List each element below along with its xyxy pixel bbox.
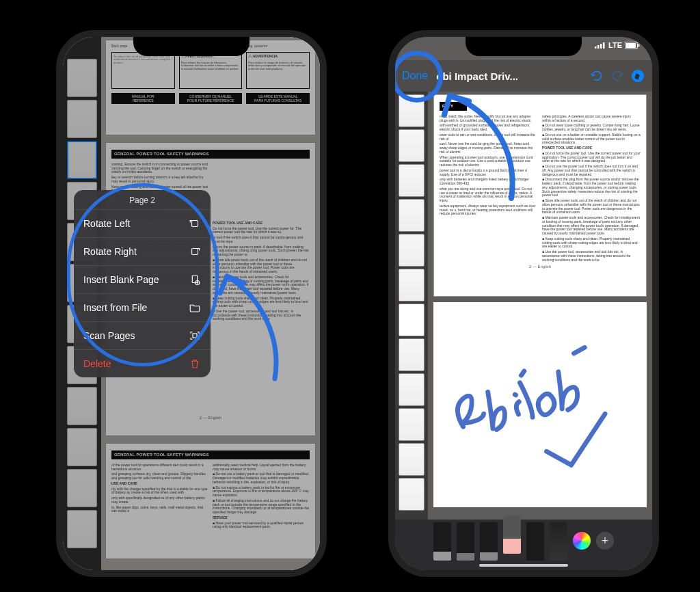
page-thumbnail[interactable] [399,373,425,406]
section-heading-cut: FETY [440,102,467,111]
done-button[interactable]: Done [402,70,428,82]
menu-label: Rotate Left [83,218,131,229]
navigation-bar: Done obi Impact Driv... [395,60,652,92]
markup-toolbar: + [395,520,652,570]
menu-delete[interactable]: Delete [74,350,211,377]
status-bar: LTE [595,41,640,49]
screen-right: LTE Done obi Impact Driv... [395,37,652,570]
page-thumbnail[interactable] [399,478,425,511]
undo-button[interactable] [589,68,604,83]
svg-rect-8 [603,42,605,49]
cellular-signal-icon [595,42,606,49]
svg-rect-2 [192,275,198,283]
scan-icon [189,329,201,342]
ruler-tool[interactable] [550,522,567,561]
page-footer: 2 — English [440,265,641,269]
pdf-page-blank-inserted [433,302,647,507]
page-thumbnail[interactable] [399,94,425,127]
handwriting-edited [433,302,647,507]
context-menu-header: Page 2 [74,190,211,210]
page-thumbnail[interactable] [399,129,425,162]
svg-rect-10 [626,43,636,48]
menu-rotate-right[interactable]: Rotate Right [74,238,211,266]
svg-rect-5 [595,46,597,49]
add-button[interactable]: + [596,532,614,550]
thumbnail-sidebar[interactable] [395,92,428,520]
markup-button[interactable] [630,68,645,83]
document-title: obi Impact Driv... [436,70,584,82]
page-thumbnail-blank[interactable] [399,304,425,336]
svg-rect-6 [597,45,600,49]
page-thumbnail[interactable] [399,408,425,441]
menu-label: Delete [83,358,111,369]
phone-right: LTE Done obi Impact Driv... [388,30,659,577]
lasso-tool[interactable] [526,522,544,561]
page2-left-column: must match the outlet. Never modify Do n… [440,113,538,264]
page-thumbnail[interactable] [399,164,425,197]
network-label: LTE [608,41,622,49]
pdf-page-2: FETY must match the outlet. Never modify… [433,94,647,297]
trash-icon [189,358,201,370]
menu-rotate-left[interactable]: Rotate Left [74,210,211,238]
menu-label: Insert Blank Page [83,274,159,285]
marker-tool[interactable] [457,522,474,561]
back-page-label: Page arrière [179,44,243,49]
page-thumbnail[interactable] [399,338,425,371]
menu-label: Scan Pages [83,330,135,341]
menu-insert-from-file[interactable]: Insert from File [74,294,211,322]
eraser-tool[interactable] [503,515,521,554]
menu-insert-blank-page[interactable]: Insert Blank Page [74,266,211,294]
svg-rect-4 [193,334,197,338]
svg-rect-7 [600,44,602,49]
rotate-left-icon [189,217,201,230]
redo-button[interactable] [610,68,625,83]
page-thumbnail[interactable] [399,234,425,267]
page-thumbnail[interactable] [399,199,425,232]
screen-left: Back page Page arrière Pág. posterior To… [63,37,320,570]
pencil-tool[interactable] [480,522,498,561]
menu-label: Rotate Right [83,246,137,257]
battery-icon [625,42,640,49]
phone-left: Back page Page arrière Pág. posterior To… [56,30,327,577]
page-thumbnail[interactable] [399,269,425,301]
insert-blank-icon [189,273,201,286]
home-indicator[interactable] [479,564,568,567]
color-picker[interactable] [573,532,591,550]
svg-rect-0 [192,221,198,227]
page-context-menu: Page 2 Rotate Left Rotate Right Insert B… [74,190,211,377]
page-thumbnail[interactable] [399,443,425,476]
document-viewport[interactable]: FETY must match the outlet. Never modify… [428,92,652,520]
svg-rect-11 [638,44,640,46]
menu-label: Insert from File [83,302,147,313]
svg-rect-1 [192,249,198,255]
folder-icon [189,301,201,314]
menu-scan-pages[interactable]: Scan Pages [74,322,211,350]
pen-tool[interactable] [433,522,451,561]
page2-right-column: safety principles. A careless action can… [542,113,641,264]
rotate-right-icon [189,245,201,258]
